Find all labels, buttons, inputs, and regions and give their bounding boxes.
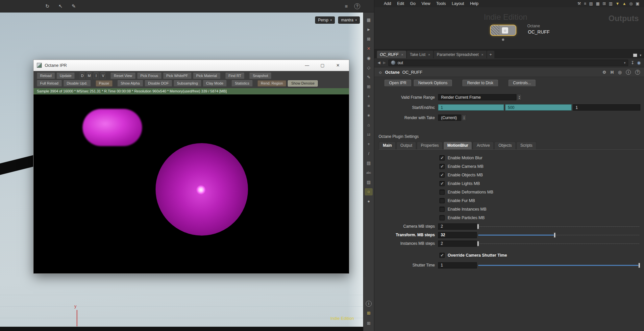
recook-icon[interactable]: ◉	[637, 60, 641, 65]
view-layout-icon[interactable]: ▦	[365, 16, 373, 24]
enable-fur-mb-checkbox[interactable]	[439, 198, 445, 203]
camera-mb-steps-field[interactable]: 2	[438, 223, 477, 230]
slider-handle[interactable]	[638, 263, 640, 268]
enable-instances-mb-checkbox[interactable]	[439, 207, 445, 212]
gear-icon[interactable]: ⚙	[603, 70, 607, 75]
export-icon[interactable]: ▲	[622, 1, 626, 6]
tab-take-list[interactable]: Take List ×	[407, 51, 433, 58]
transform-mb-steps-field[interactable]: 32	[438, 232, 477, 238]
reset-view-button[interactable]: Reset View	[111, 73, 135, 79]
camera-mb-steps-slider[interactable]	[478, 223, 639, 230]
pick-whitepf-button[interactable]: Pick WhitePF	[163, 73, 191, 79]
home-icon[interactable]: ⌂	[365, 121, 373, 129]
close-button[interactable]: ✕	[330, 63, 346, 68]
toggle-m-button[interactable]: M	[87, 73, 92, 79]
image-icon[interactable]: ▨	[365, 179, 373, 186]
menu-add[interactable]: Add	[381, 0, 394, 7]
orbit-tool-icon[interactable]: ↻	[43, 2, 51, 10]
full-reload-button[interactable]: Full Reload	[37, 80, 62, 87]
pause-button[interactable]: Pause	[96, 80, 112, 87]
layers-icon[interactable]: ▤	[365, 160, 373, 167]
render-with-take-select[interactable]: (Current)	[438, 115, 461, 121]
toggle-d-button[interactable]: D	[80, 73, 85, 79]
tab-archive[interactable]: Archive	[473, 141, 494, 149]
lock-icon[interactable]: ⊠	[365, 36, 373, 43]
slider-handle[interactable]	[477, 224, 479, 229]
steps-icon[interactable]: 12	[365, 131, 373, 138]
node-flag-area[interactable]	[491, 25, 499, 35]
open-ipr-button[interactable]: Open IPR	[384, 80, 411, 87]
enable-camera-mb-checkbox[interactable]	[439, 164, 445, 169]
slider-handle[interactable]	[477, 241, 479, 246]
select-tool-icon[interactable]: ↖	[57, 2, 64, 10]
inc-field[interactable]: 1	[573, 104, 640, 111]
forward-arrow-icon[interactable]: ▶	[383, 61, 385, 65]
render-to-disk-button[interactable]: Render to Disk	[462, 80, 498, 87]
help-icon[interactable]: ?	[354, 3, 360, 9]
grid-icon[interactable]: ▦	[596, 1, 600, 6]
delete-icon[interactable]: ✕	[365, 45, 373, 52]
magnet-icon[interactable]: ◉	[365, 55, 373, 62]
instances-mb-steps-slider[interactable]	[478, 241, 639, 247]
tab-parameter-spreadsheet[interactable]: Parameter Spreadsheet ×	[434, 51, 486, 58]
mirror-icon[interactable]: ◇	[365, 64, 373, 71]
show-denoise-button[interactable]: Show Denoise	[288, 80, 318, 87]
network-editor[interactable]: Indie Edition Outputs ☼ Octane OC_RUFF	[374, 7, 644, 49]
help-icon[interactable]: ?	[635, 70, 640, 75]
list-icon[interactable]: ≡	[365, 102, 373, 110]
disable-update-button[interactable]: Disable Upd.	[63, 80, 91, 87]
spinner-stepper[interactable]: ▴ ▾	[517, 94, 522, 100]
menu-tools[interactable]: Tools	[433, 0, 449, 7]
menu-layout[interactable]: Layout	[449, 0, 467, 7]
pick-focus-button[interactable]: Pick Focus	[137, 73, 161, 79]
tab-objects[interactable]: Objects	[494, 141, 516, 149]
enable-deformations-mb-checkbox[interactable]	[439, 190, 445, 195]
toggle-v-button[interactable]: V	[100, 73, 106, 79]
columns-icon[interactable]: ▥	[609, 1, 612, 6]
end-field[interactable]: 500	[505, 104, 572, 111]
maximize-button[interactable]: ▢	[315, 63, 330, 68]
tab-properties[interactable]: Properties	[417, 141, 443, 149]
toggle-i-button[interactable]: I	[93, 73, 99, 79]
reload-button[interactable]: Reload	[37, 73, 55, 79]
subsampling-button[interactable]: Subsampling	[174, 80, 201, 87]
star-icon[interactable]: ∗	[365, 112, 373, 119]
back-arrow-icon[interactable]: ◀	[378, 61, 380, 65]
override-camera-shutter-checkbox[interactable]	[439, 253, 445, 258]
knife-icon[interactable]: /	[365, 150, 373, 157]
show-alpha-button[interactable]: Show Alpha	[117, 80, 143, 87]
statistics-button[interactable]: Statistics	[232, 80, 253, 87]
add-icon[interactable]: +	[365, 140, 373, 148]
rows-icon[interactable]: ▤	[589, 1, 593, 6]
clay-mode-button[interactable]: Clay Mode	[203, 80, 227, 87]
ipr-title-bar[interactable]: Octane IPR — ▢ ✕	[34, 60, 349, 71]
new-tab-button[interactable]: +	[487, 51, 494, 58]
close-icon[interactable]: ×	[428, 53, 430, 57]
transform-icon[interactable]: +	[365, 93, 373, 100]
save-icon[interactable]: ▼	[615, 1, 619, 6]
close-icon[interactable]: ×	[481, 53, 483, 57]
start-field[interactable]: 1	[438, 104, 504, 111]
network-options-button[interactable]: Network Options	[414, 80, 452, 87]
dot-icon[interactable]: ●	[365, 198, 373, 205]
octane-ipr-window[interactable]: Octane IPR — ▢ ✕ Reload Update D M I V R…	[33, 60, 349, 274]
render-canvas[interactable]	[34, 94, 349, 273]
menu-view[interactable]: View	[418, 0, 433, 7]
instances-mb-steps-field[interactable]: 2	[438, 241, 477, 247]
cells-gray-icon[interactable]: ⊞	[365, 320, 373, 327]
close-icon[interactable]: ×	[401, 53, 403, 57]
menu-help[interactable]: Help	[467, 0, 482, 7]
light-bulb-icon[interactable]: ○	[365, 188, 373, 195]
enable-motion-blur-checkbox[interactable]	[439, 155, 445, 161]
lasso-tool-icon[interactable]: ✎	[70, 2, 78, 10]
text-icon[interactable]: abc	[365, 169, 373, 176]
draw-icon[interactable]: ✎	[365, 74, 373, 81]
menu-edit[interactable]: Edit	[394, 0, 407, 7]
spinner-stepper[interactable]: ▴ ▾	[462, 115, 466, 121]
tab-oc-ruff[interactable]: OC_RUFF ×	[377, 51, 406, 58]
info-icon[interactable]: i	[366, 301, 372, 307]
tools-icon[interactable]: ⚒	[578, 1, 581, 6]
transform-mb-steps-slider[interactable]	[478, 232, 639, 238]
slider-handle[interactable]	[554, 233, 556, 238]
update-button[interactable]: Update	[57, 73, 75, 79]
